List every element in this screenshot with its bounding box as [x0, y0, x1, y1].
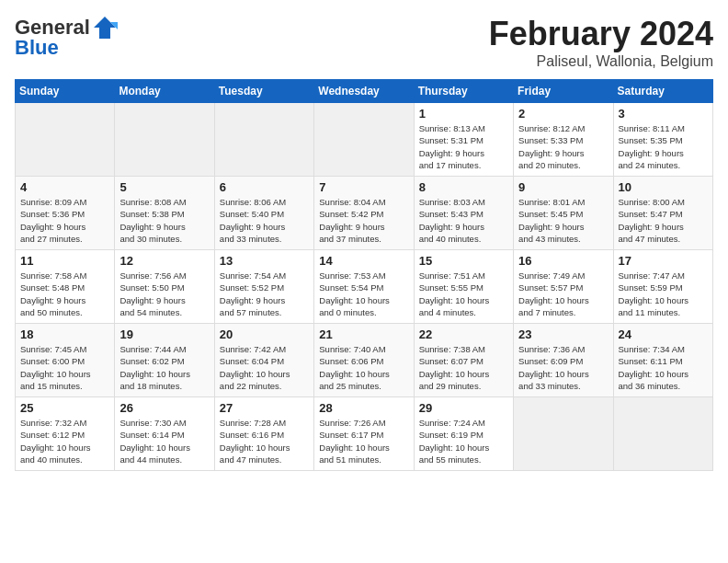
svg-marker-0: [94, 17, 116, 39]
calendar-table: SundayMondayTuesdayWednesdayThursdayFrid…: [15, 79, 713, 471]
calendar-cell: 29Sunrise: 7:24 AM Sunset: 6:19 PM Dayli…: [414, 397, 513, 471]
day-number: 23: [518, 327, 608, 341]
calendar-day-header: Sunday: [16, 80, 115, 103]
day-number: 12: [119, 254, 209, 268]
calendar-cell: [613, 397, 712, 471]
page-header: General Blue February 2024 Paliseul, Wal…: [15, 15, 713, 70]
calendar-cell: [16, 103, 115, 177]
day-number: 15: [419, 254, 508, 268]
calendar-day-header: Saturday: [613, 80, 712, 103]
day-info: Sunrise: 8:01 AM Sunset: 5:45 PM Dayligh…: [518, 196, 608, 245]
day-info: Sunrise: 8:03 AM Sunset: 5:43 PM Dayligh…: [419, 196, 508, 245]
day-number: 1: [419, 107, 508, 121]
day-info: Sunrise: 7:36 AM Sunset: 6:09 PM Dayligh…: [518, 343, 608, 392]
day-number: 13: [220, 254, 309, 268]
day-info: Sunrise: 8:00 AM Sunset: 5:47 PM Dayligh…: [619, 196, 708, 245]
logo-icon: [92, 15, 118, 40]
day-number: 6: [220, 180, 309, 194]
day-info: Sunrise: 7:44 AM Sunset: 6:02 PM Dayligh…: [119, 343, 209, 392]
day-info: Sunrise: 7:58 AM Sunset: 5:48 PM Dayligh…: [20, 270, 109, 318]
logo: General Blue: [15, 15, 118, 59]
day-info: Sunrise: 8:04 AM Sunset: 5:42 PM Dayligh…: [319, 196, 408, 245]
calendar-cell: 10Sunrise: 8:00 AM Sunset: 5:47 PM Dayli…: [613, 177, 712, 250]
calendar-cell: 11Sunrise: 7:58 AM Sunset: 5:48 PM Dayli…: [16, 250, 115, 324]
calendar-cell: 18Sunrise: 7:45 AM Sunset: 6:00 PM Dayli…: [16, 324, 115, 397]
calendar-cell: 27Sunrise: 7:28 AM Sunset: 6:16 PM Dayli…: [214, 397, 313, 471]
calendar-week-row: 1Sunrise: 8:13 AM Sunset: 5:31 PM Daylig…: [16, 103, 713, 177]
calendar-cell: 15Sunrise: 7:51 AM Sunset: 5:55 PM Dayli…: [414, 250, 513, 324]
calendar-cell: 8Sunrise: 8:03 AM Sunset: 5:43 PM Daylig…: [414, 177, 513, 250]
day-number: 10: [619, 180, 708, 194]
day-info: Sunrise: 8:08 AM Sunset: 5:38 PM Dayligh…: [119, 196, 209, 245]
day-info: Sunrise: 7:32 AM Sunset: 6:12 PM Dayligh…: [20, 417, 109, 465]
calendar-cell: 19Sunrise: 7:44 AM Sunset: 6:02 PM Dayli…: [115, 324, 214, 397]
calendar-day-header: Friday: [514, 80, 613, 103]
day-number: 5: [119, 180, 209, 194]
calendar-cell: 24Sunrise: 7:34 AM Sunset: 6:11 PM Dayli…: [613, 324, 712, 397]
day-info: Sunrise: 7:47 AM Sunset: 5:59 PM Dayligh…: [619, 270, 708, 318]
calendar-cell: 5Sunrise: 8:08 AM Sunset: 5:38 PM Daylig…: [115, 177, 214, 250]
calendar-week-row: 11Sunrise: 7:58 AM Sunset: 5:48 PM Dayli…: [16, 250, 713, 324]
calendar-day-header: Monday: [115, 80, 214, 103]
calendar-cell: [314, 103, 414, 177]
day-info: Sunrise: 7:38 AM Sunset: 6:07 PM Dayligh…: [419, 343, 508, 392]
day-info: Sunrise: 7:53 AM Sunset: 5:54 PM Dayligh…: [319, 270, 408, 318]
day-number: 11: [20, 254, 109, 268]
day-number: 28: [319, 401, 408, 415]
calendar-cell: 17Sunrise: 7:47 AM Sunset: 5:59 PM Dayli…: [613, 250, 712, 324]
day-number: 22: [419, 327, 508, 341]
day-number: 4: [20, 180, 109, 194]
day-info: Sunrise: 8:06 AM Sunset: 5:40 PM Dayligh…: [220, 196, 309, 245]
calendar-body: 1Sunrise: 8:13 AM Sunset: 5:31 PM Daylig…: [16, 103, 713, 471]
day-info: Sunrise: 7:42 AM Sunset: 6:04 PM Dayligh…: [220, 343, 309, 392]
day-info: Sunrise: 7:30 AM Sunset: 6:14 PM Dayligh…: [119, 417, 209, 465]
day-number: 9: [518, 180, 608, 194]
calendar-cell: 16Sunrise: 7:49 AM Sunset: 5:57 PM Dayli…: [514, 250, 613, 324]
day-number: 14: [319, 254, 408, 268]
calendar-cell: 22Sunrise: 7:38 AM Sunset: 6:07 PM Dayli…: [414, 324, 513, 397]
calendar-cell: [214, 103, 313, 177]
calendar-week-row: 4Sunrise: 8:09 AM Sunset: 5:36 PM Daylig…: [16, 177, 713, 250]
day-info: Sunrise: 7:49 AM Sunset: 5:57 PM Dayligh…: [518, 270, 608, 318]
day-number: 3: [619, 107, 708, 121]
day-number: 17: [619, 254, 708, 268]
calendar-cell: 6Sunrise: 8:06 AM Sunset: 5:40 PM Daylig…: [214, 177, 313, 250]
calendar-cell: 9Sunrise: 8:01 AM Sunset: 5:45 PM Daylig…: [514, 177, 613, 250]
calendar-cell: 2Sunrise: 8:12 AM Sunset: 5:33 PM Daylig…: [514, 103, 613, 177]
day-number: 16: [518, 254, 608, 268]
day-info: Sunrise: 8:13 AM Sunset: 5:31 PM Dayligh…: [419, 122, 508, 171]
day-number: 2: [518, 107, 608, 121]
calendar-cell: [115, 103, 214, 177]
day-info: Sunrise: 7:34 AM Sunset: 6:11 PM Dayligh…: [619, 343, 708, 392]
day-number: 29: [419, 401, 508, 415]
calendar-cell: 13Sunrise: 7:54 AM Sunset: 5:52 PM Dayli…: [214, 250, 313, 324]
calendar-cell: 4Sunrise: 8:09 AM Sunset: 5:36 PM Daylig…: [16, 177, 115, 250]
day-number: 19: [119, 327, 209, 341]
day-info: Sunrise: 7:24 AM Sunset: 6:19 PM Dayligh…: [419, 417, 508, 465]
day-info: Sunrise: 8:12 AM Sunset: 5:33 PM Dayligh…: [518, 122, 608, 171]
calendar-cell: 26Sunrise: 7:30 AM Sunset: 6:14 PM Dayli…: [115, 397, 214, 471]
day-info: Sunrise: 7:28 AM Sunset: 6:16 PM Dayligh…: [220, 417, 309, 465]
month-title: February 2024: [489, 15, 713, 53]
day-info: Sunrise: 7:54 AM Sunset: 5:52 PM Dayligh…: [220, 270, 309, 318]
calendar-cell: 25Sunrise: 7:32 AM Sunset: 6:12 PM Dayli…: [16, 397, 115, 471]
location-title: Paliseul, Wallonia, Belgium: [489, 53, 713, 70]
day-info: Sunrise: 7:45 AM Sunset: 6:00 PM Dayligh…: [20, 343, 109, 392]
day-number: 25: [20, 401, 109, 415]
calendar-cell: 12Sunrise: 7:56 AM Sunset: 5:50 PM Dayli…: [115, 250, 214, 324]
calendar-cell: 28Sunrise: 7:26 AM Sunset: 6:17 PM Dayli…: [314, 397, 414, 471]
day-number: 27: [220, 401, 309, 415]
calendar-cell: [514, 397, 613, 471]
calendar-header-row: SundayMondayTuesdayWednesdayThursdayFrid…: [16, 80, 713, 103]
day-info: Sunrise: 7:56 AM Sunset: 5:50 PM Dayligh…: [119, 270, 209, 318]
day-info: Sunrise: 7:51 AM Sunset: 5:55 PM Dayligh…: [419, 270, 508, 318]
title-area: February 2024 Paliseul, Wallonia, Belgiu…: [489, 15, 713, 70]
calendar-cell: 20Sunrise: 7:42 AM Sunset: 6:04 PM Dayli…: [214, 324, 313, 397]
calendar-cell: 14Sunrise: 7:53 AM Sunset: 5:54 PM Dayli…: [314, 250, 414, 324]
day-number: 21: [319, 327, 408, 341]
calendar-cell: 1Sunrise: 8:13 AM Sunset: 5:31 PM Daylig…: [414, 103, 513, 177]
calendar-day-header: Tuesday: [214, 80, 313, 103]
calendar-cell: 21Sunrise: 7:40 AM Sunset: 6:06 PM Dayli…: [314, 324, 414, 397]
day-info: Sunrise: 8:11 AM Sunset: 5:35 PM Dayligh…: [619, 122, 708, 171]
calendar-cell: 3Sunrise: 8:11 AM Sunset: 5:35 PM Daylig…: [613, 103, 712, 177]
